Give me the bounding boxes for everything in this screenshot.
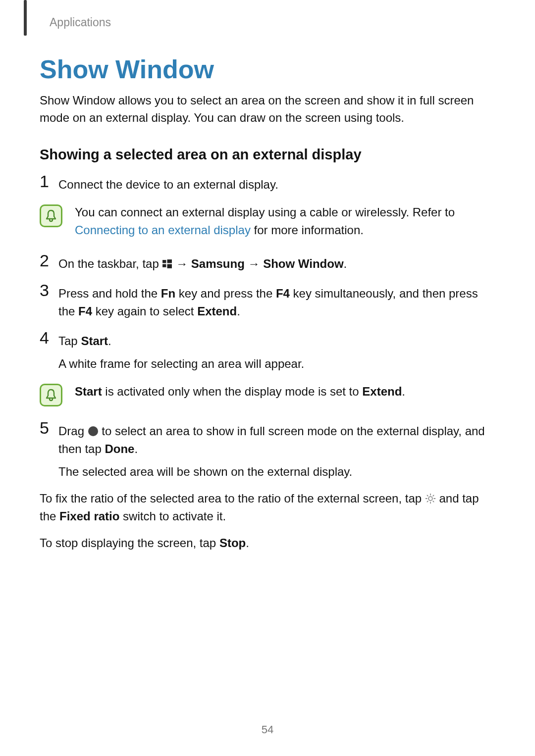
arrow: → [245,257,263,270]
step-4: 4 Tap Start. A white frame for selecting… [40,329,495,373]
breadcrumb: Applications [50,16,111,29]
windows-start-icon [162,259,172,269]
text-part: key and press the [175,287,276,300]
page-title: Show Window [40,54,495,84]
bold-start: Start [81,334,108,348]
link-connecting-display[interactable]: Connecting to an external display [75,223,251,237]
text-part: . [108,334,111,348]
bell-note-icon [40,204,62,227]
note-1: You can connect an external display usin… [40,202,495,239]
settings-gear-icon [425,493,436,504]
text-part: . [402,385,405,398]
section-subhead: Showing a selected area on an external d… [40,147,495,163]
text-part: On the taskbar, tap [58,257,162,270]
text-part: To stop displaying the screen, tap [40,536,219,550]
bold-show-window: Show Window [263,257,343,270]
note-2: Start is activated only when the display… [40,382,495,406]
svg-rect-2 [163,264,166,267]
step-number: 3 [40,282,58,299]
text-part: . [237,304,240,318]
text-part: is activated only when the display mode … [102,385,363,398]
svg-line-13 [433,495,434,496]
step-text: Tap Start. A white frame for selecting a… [58,329,495,373]
svg-rect-3 [167,264,172,268]
text-part: Drag [58,424,88,438]
page-number: 54 [0,723,535,736]
text-part: . [134,442,138,455]
text-part: Tap [58,334,81,348]
step-number: 2 [40,252,58,269]
bold-extend: Extend [362,385,402,398]
step-3: 3 Press and hold the Fn key and press th… [40,282,495,320]
drag-handle-dot-icon [88,426,99,437]
note-text: You can connect an external display usin… [75,202,495,239]
text-part: Press and hold the [58,287,161,300]
text-part: . [344,257,347,270]
intro-paragraph: Show Window allows you to select an area… [40,92,495,127]
section-tab-mark [24,0,27,36]
step-text: On the taskbar, tap → Samsung → Show Win… [58,252,495,273]
svg-rect-1 [167,259,172,263]
step-number: 5 [40,419,58,436]
svg-line-12 [427,501,428,502]
step-2: 2 On the taskbar, tap → Samsung → Show W… [40,252,495,273]
arrow: → [172,257,191,270]
tail-paragraph-2: To stop displaying the screen, tap Stop. [40,534,495,552]
text-part: key again to select [92,304,197,318]
svg-point-4 [88,426,98,436]
svg-point-5 [428,497,432,501]
bold-f4: F4 [78,304,92,318]
bold-start: Start [75,385,102,398]
svg-rect-0 [163,260,166,263]
tail-paragraph-1: To fix the ratio of the selected area to… [40,490,495,525]
note-text-part: for more information. [251,223,364,237]
bold-extend: Extend [197,304,237,318]
text-part: switch to activate it. [119,509,226,523]
text-part: To fix the ratio of the selected area to… [40,492,425,505]
bold-samsung: Samsung [191,257,245,270]
bold-fixed-ratio: Fixed ratio [59,509,119,523]
step-subtext: The selected area will be shown on the e… [58,463,495,481]
step-subtext: A white frame for selecting an area will… [58,355,495,373]
bold-f4: F4 [276,287,290,300]
step-number: 1 [40,173,58,190]
step-text: Connect the device to an external displa… [58,173,495,194]
step-text: Drag to select an area to show in full s… [58,419,495,481]
svg-line-10 [427,495,428,496]
note-text: Start is activated only when the display… [75,382,495,401]
bell-note-icon [40,384,62,406]
note-text-part: You can connect an external display usin… [75,205,455,219]
step-text: Press and hold the Fn key and press the … [58,282,495,320]
text-part: . [246,536,249,550]
bold-done: Done [105,442,134,455]
step-5: 5 Drag to select an area to show in full… [40,419,495,481]
svg-line-11 [433,501,434,502]
step-number: 4 [40,329,58,346]
bold-fn: Fn [161,287,175,300]
bold-stop: Stop [219,536,246,550]
step-1: 1 Connect the device to an external disp… [40,173,495,194]
